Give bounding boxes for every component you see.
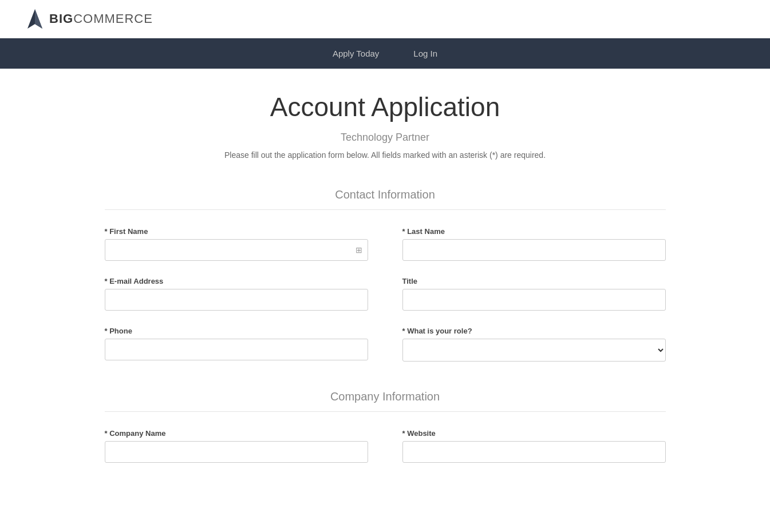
form-group-company-name: * Company Name	[105, 429, 368, 463]
first-name-input-wrapper: ⊞	[105, 239, 368, 261]
form-row-email-title: * E-mail Address Title	[105, 277, 666, 311]
main-content: Account Application Technology Partner P…	[70, 69, 700, 514]
nav-bar: Apply Today Log In	[0, 38, 770, 69]
form-group-last-name: * Last Name	[402, 227, 666, 261]
form-row-name: * First Name ⊞ * Last Name	[105, 227, 666, 261]
website-input[interactable]	[402, 441, 666, 463]
company-information-section: Company Information * Company Name * Web…	[105, 390, 666, 463]
company-name-input[interactable]	[105, 441, 368, 463]
last-name-input[interactable]	[402, 239, 666, 261]
phone-label: * Phone	[105, 327, 368, 335]
page-title: Account Application	[105, 92, 666, 122]
nav-log-in[interactable]: Log In	[408, 38, 443, 69]
role-label: * What is your role?	[402, 327, 666, 335]
logo-text: BIGCOMMERCE	[49, 11, 153, 26]
email-label: * E-mail Address	[105, 277, 368, 285]
last-name-label: * Last Name	[402, 227, 666, 236]
contact-information-section: Contact Information * First Name ⊞ * Las…	[105, 188, 666, 362]
email-input[interactable]	[105, 289, 368, 311]
company-name-label: * Company Name	[105, 429, 368, 438]
page-subtitle: Technology Partner	[105, 132, 666, 144]
autofill-icon: ⊞	[356, 245, 362, 255]
role-select[interactable]: Developer Designer Product Manager Busin…	[402, 339, 666, 362]
first-name-label: * First Name	[105, 227, 368, 236]
nav-apply-today[interactable]: Apply Today	[327, 38, 385, 69]
form-group-phone: * Phone	[105, 327, 368, 362]
first-name-input[interactable]	[105, 239, 368, 261]
form-group-email: * E-mail Address	[105, 277, 368, 311]
company-section-title: Company Information	[105, 390, 666, 412]
title-label: Title	[402, 277, 666, 285]
title-input[interactable]	[402, 289, 666, 311]
form-group-role: * What is your role? Developer Designer …	[402, 327, 666, 362]
logo-bar: BIGCOMMERCE	[0, 0, 770, 38]
logo-icon	[23, 7, 47, 31]
svg-marker-1	[35, 9, 42, 29]
logo[interactable]: BIGCOMMERCE	[23, 7, 153, 31]
phone-input[interactable]	[105, 339, 368, 360]
page-description: Please fill out the application form bel…	[105, 150, 666, 160]
contact-section-title: Contact Information	[105, 188, 666, 210]
website-label: * Website	[402, 429, 666, 438]
form-group-website: * Website	[402, 429, 666, 463]
form-row-phone-role: * Phone * What is your role? Developer D…	[105, 327, 666, 362]
form-group-first-name: * First Name ⊞	[105, 227, 368, 261]
form-group-title: Title	[402, 277, 666, 311]
form-row-company: * Company Name * Website	[105, 429, 666, 463]
